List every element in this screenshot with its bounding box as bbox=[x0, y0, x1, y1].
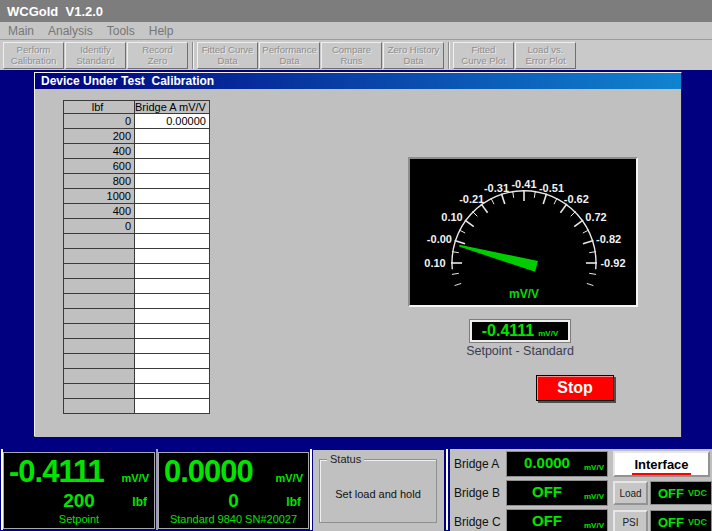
lbf-cell bbox=[64, 384, 135, 399]
bridge-value-cell[interactable] bbox=[135, 264, 210, 279]
standard-load-value: 0 bbox=[228, 490, 239, 511]
toolbar-button-compare-runs[interactable]: CompareRuns bbox=[321, 42, 382, 69]
gauge-tick bbox=[571, 211, 576, 216]
mdi-background: Device Under Test Calibration lbf Bridge… bbox=[0, 70, 712, 447]
menu-item-analysis[interactable]: Analysis bbox=[43, 24, 102, 38]
gauge-scale-label: 0.72 bbox=[585, 211, 606, 223]
toolbar-button-performance-data[interactable]: PerformanceData bbox=[259, 42, 320, 69]
toolbar-separator bbox=[192, 42, 194, 69]
bridge-value-cell[interactable] bbox=[135, 369, 210, 384]
lbf-cell: 800 bbox=[64, 174, 135, 189]
table-row bbox=[64, 249, 210, 264]
gauge-tick bbox=[589, 273, 596, 274]
bridge-a-column-header: Bridge A mV/V bbox=[135, 101, 210, 114]
gauge-tick bbox=[481, 204, 488, 213]
lbf-cell bbox=[64, 399, 135, 414]
menu-item-help[interactable]: Help bbox=[144, 24, 183, 38]
toolbar-button-zero-history-data[interactable]: Zero HistoryData bbox=[383, 42, 444, 69]
bridge-value-cell[interactable] bbox=[135, 219, 210, 234]
table-row bbox=[64, 324, 210, 339]
table-row: 0 bbox=[64, 219, 210, 234]
lbf-cell: 400 bbox=[64, 204, 135, 219]
gauge-tick bbox=[455, 240, 465, 243]
child-window-titlebar[interactable]: Device Under Test Calibration bbox=[35, 73, 681, 89]
lbf-cell: 400 bbox=[64, 144, 135, 159]
bridge-display: OFFmV/V bbox=[506, 480, 608, 506]
table-header-row: lbf Bridge A mV/V bbox=[64, 101, 210, 114]
bridge-value-cell[interactable] bbox=[135, 294, 210, 309]
divider bbox=[446, 449, 448, 530]
bridge-value-cell[interactable] bbox=[135, 129, 210, 144]
lbf-cell: 600 bbox=[64, 159, 135, 174]
menu-item-tools[interactable]: Tools bbox=[102, 24, 144, 38]
bridge-value-cell[interactable] bbox=[135, 189, 210, 204]
bridge-display: OFFmV/V bbox=[506, 509, 608, 531]
lbf-cell bbox=[64, 354, 135, 369]
menu-bar: MainAnalysisToolsHelp bbox=[0, 22, 712, 40]
lbf-cell: 200 bbox=[64, 129, 135, 144]
psi-button[interactable]: PSI bbox=[613, 510, 648, 531]
bridge-value-cell[interactable] bbox=[135, 399, 210, 414]
bridge-value-cell[interactable] bbox=[135, 309, 210, 324]
gauge-tick bbox=[501, 194, 504, 204]
toolbar-button-record-zero[interactable]: RecordZero bbox=[127, 42, 188, 69]
table-row: 400 bbox=[64, 204, 210, 219]
menu-item-main[interactable]: Main bbox=[3, 24, 43, 38]
gauge-svg: 0.10-0.000.10-0.21-0.31-0.41-0.51-0.620.… bbox=[410, 159, 636, 305]
bridge-value-cell[interactable] bbox=[135, 324, 210, 339]
lbf-cell: 0 bbox=[64, 219, 135, 234]
dashboard: -0.4111 mV/V 200 lbf Setpoint 0.0000 mV/… bbox=[0, 447, 712, 531]
table-row bbox=[64, 384, 210, 399]
status-groupbox: Status Set load and hold bbox=[319, 459, 437, 523]
bridge-value-cell[interactable] bbox=[135, 159, 210, 174]
table-row bbox=[64, 354, 210, 369]
lbf-cell bbox=[64, 309, 135, 324]
lbf-cell bbox=[64, 249, 135, 264]
standard-load-unit: lbf bbox=[286, 495, 301, 509]
bridge-value-cell[interactable] bbox=[135, 279, 210, 294]
device-under-test-window: Device Under Test Calibration lbf Bridge… bbox=[34, 72, 682, 437]
table-row: 200 bbox=[64, 129, 210, 144]
toolbar: PerformCalibrationIdentifyStandardRecord… bbox=[0, 40, 712, 70]
gauge-tick bbox=[465, 220, 474, 227]
lbf-column-header: lbf bbox=[64, 101, 135, 114]
bridge-unit: mV/V bbox=[584, 492, 604, 501]
toolbar-button-identify-standard[interactable]: IdentifyStandard bbox=[65, 42, 126, 69]
gauge-scale-label: -0.41 bbox=[511, 178, 536, 190]
gauge-tick bbox=[587, 283, 594, 285]
table-row bbox=[64, 369, 210, 384]
status-message: Set load and hold bbox=[320, 488, 436, 500]
bridge-unit: mV/V bbox=[584, 463, 604, 472]
calibration-table: lbf Bridge A mV/V 00.0000020040060080010… bbox=[63, 100, 210, 414]
bridge-value-cell[interactable] bbox=[135, 354, 210, 369]
aux-unit: VDC bbox=[688, 488, 707, 498]
toolbar-button-perform-calibration[interactable]: PerformCalibration bbox=[3, 42, 64, 69]
lbf-cell bbox=[64, 264, 135, 279]
toolbar-button-load-vs-error-plot[interactable]: Load vs.Error Plot bbox=[515, 42, 576, 69]
gauge-needle bbox=[459, 245, 538, 272]
bridge-value-cell[interactable] bbox=[135, 249, 210, 264]
bridge-value-cell[interactable] bbox=[135, 144, 210, 159]
table-row bbox=[64, 339, 210, 354]
bridge-value-cell[interactable] bbox=[135, 384, 210, 399]
aux-value: OFF bbox=[658, 486, 684, 501]
gauge-unit-label: mV/V bbox=[509, 287, 539, 301]
toolbar-button-fitted-curve-data[interactable]: Fitted CurveData bbox=[197, 42, 258, 69]
bridge-value-cell[interactable] bbox=[135, 204, 210, 219]
toolbar-button-fitted-curve-plot[interactable]: FittedCurve Plot bbox=[453, 42, 514, 69]
gauge-scale-label: -0.00 bbox=[427, 233, 452, 245]
bridge-label: Bridge B bbox=[454, 486, 500, 500]
stop-button[interactable]: Stop bbox=[536, 375, 614, 401]
readout-caption: Setpoint - Standard bbox=[430, 344, 610, 358]
bridge-value-cell[interactable] bbox=[135, 174, 210, 189]
bridge-value-cell[interactable] bbox=[135, 234, 210, 249]
gauge-tick bbox=[452, 273, 459, 274]
load-button[interactable]: Load bbox=[613, 481, 648, 505]
lbf-cell bbox=[64, 339, 135, 354]
child-window-title: Device Under Test Calibration bbox=[41, 74, 214, 88]
table-row: 600 bbox=[64, 159, 210, 174]
bridge-section: Interface Bridge A0.0000mV/VBridge BOFFm… bbox=[450, 449, 712, 531]
bridge-value-cell[interactable]: 0.00000 bbox=[135, 114, 210, 129]
setpoint-load-unit: lbf bbox=[132, 495, 147, 509]
bridge-value-cell[interactable] bbox=[135, 339, 210, 354]
